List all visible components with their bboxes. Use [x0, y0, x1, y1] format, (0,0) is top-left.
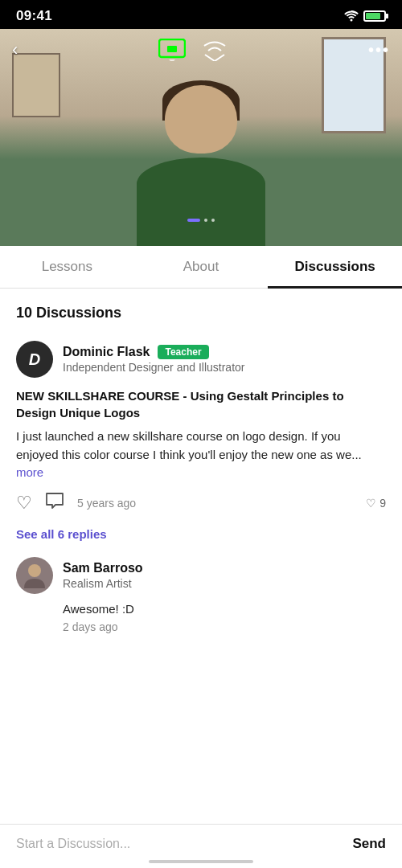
person-head — [165, 85, 237, 154]
home-indicator — [149, 860, 253, 863]
discussions-count: 10 Discussions — [16, 305, 386, 321]
send-button[interactable]: Send — [352, 836, 386, 852]
post-header: D Dominic Flask Teacher Independent Desi… — [16, 341, 386, 378]
avatar-letter: D — [29, 350, 40, 369]
comment-button[interactable] — [45, 492, 64, 514]
reply-time: 2 days ago — [63, 620, 386, 633]
airplay-icon[interactable] — [202, 39, 228, 61]
reply-author-avatar[interactable] — [16, 557, 53, 594]
post-actions: ♡ 5 years ago ♡ 9 — [16, 492, 386, 514]
comment-icon — [45, 492, 64, 510]
see-all-replies[interactable]: See all 6 replies — [16, 527, 386, 541]
wifi-icon — [344, 10, 359, 22]
video-top-controls: ‹ ••• — [0, 39, 402, 61]
progress-dot-active — [187, 219, 200, 222]
discussions-content: 10 Discussions D Dominic Flask Teacher I… — [0, 289, 402, 714]
battery-icon — [363, 10, 386, 22]
like-heart-icon: ♡ — [366, 497, 376, 510]
reply-text: Awesome! :D — [63, 602, 386, 616]
author-avatar[interactable]: D — [16, 341, 53, 378]
reply-author-title: Realism Artist — [63, 577, 143, 590]
svg-point-3 — [28, 564, 41, 577]
start-discussion-placeholder[interactable]: Start a Discussion... — [16, 837, 352, 851]
reply-header: Sam Barroso Realism Artist — [16, 557, 386, 594]
progress-dots — [187, 219, 215, 222]
post-body: I just launched a new skillshare course … — [16, 428, 386, 482]
progress-dot-3 — [211, 219, 215, 222]
reply-author-info: Sam Barroso Realism Artist — [63, 561, 143, 590]
discussion-post: D Dominic Flask Teacher Independent Desi… — [16, 341, 386, 633]
svg-rect-1 — [167, 46, 177, 52]
status-icons — [344, 10, 386, 22]
progress-dot-2 — [204, 219, 207, 222]
author-info: Dominic Flask Teacher Independent Design… — [63, 345, 244, 374]
reply-item: Sam Barroso Realism Artist Awesome! :D 2… — [16, 557, 386, 633]
more-options-button[interactable]: ••• — [368, 41, 390, 59]
status-time: 09:41 — [16, 8, 52, 24]
status-bar: 09:41 — [0, 0, 402, 29]
author-name-row: Dominic Flask Teacher — [63, 345, 244, 359]
person-body — [137, 158, 265, 246]
sam-avatar-icon — [23, 563, 47, 588]
author-title: Independent Designer and Illustrator — [63, 361, 244, 374]
back-button[interactable]: ‹ — [12, 39, 18, 60]
video-player[interactable]: ‹ ••• — [0, 29, 402, 246]
screen-cast-icon[interactable] — [158, 39, 186, 61]
teacher-badge: Teacher — [158, 345, 208, 359]
tab-bar: Lessons About Discussions — [0, 246, 402, 289]
reply-content: Awesome! :D 2 days ago — [16, 602, 386, 633]
post-title: NEW SKILLSHARE COURSE - Using Gestalt Pr… — [16, 387, 386, 421]
shelf-bg-element — [12, 53, 60, 117]
author-name: Dominic Flask — [63, 345, 150, 359]
svg-marker-2 — [169, 59, 175, 61]
more-link[interactable]: more — [16, 465, 43, 479]
video-center-icons — [158, 39, 228, 61]
tab-lessons[interactable]: Lessons — [0, 246, 134, 288]
battery-fill — [366, 13, 380, 19]
tab-about[interactable]: About — [134, 246, 269, 288]
like-button[interactable]: ♡ — [16, 493, 32, 514]
reply-author-name: Sam Barroso — [63, 561, 143, 575]
post-time: 5 years ago — [77, 497, 353, 510]
like-count: ♡ 9 — [366, 497, 386, 510]
tab-discussions[interactable]: Discussions — [268, 246, 402, 288]
